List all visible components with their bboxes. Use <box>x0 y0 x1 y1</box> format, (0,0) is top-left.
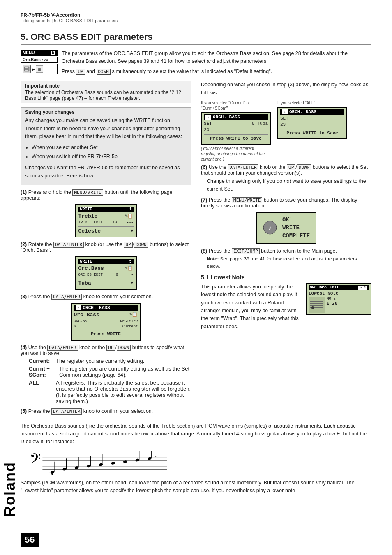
staff-container: 𝄢 <box>21 450 371 475</box>
step-3-header: (3) Press the DATA/ENTER knob to confirm… <box>21 294 191 299</box>
saving-bullets: When you select another Set When you swi… <box>25 144 187 161</box>
screen-right-caption: If you selected "ALL" <box>277 100 315 106</box>
screen-write1: WRITE 1 Treble ✎📋 TREBLE EDIT 10 ▪ <box>75 204 137 237</box>
small-icon: ▦ <box>36 65 43 73</box>
svg-point-19 <box>50 470 55 474</box>
step-1: (1) Press and hold the MENU/WRITE button… <box>21 189 191 237</box>
step-2-num: (2) <box>21 242 27 247</box>
svg-point-23 <box>74 466 79 470</box>
screen-write2-content: Orc.Bass ✎📋 ORC.BS EDIT 6 ▪ Tuba <box>78 265 134 287</box>
screen2-bar: ▪ <box>131 272 133 278</box>
arrow-icon: ▶ <box>32 67 35 71</box>
step-8: (8) Press the EXIT/JUMP button to return… <box>201 248 371 270</box>
menu-icon-top: MENU 5 <box>21 50 58 56</box>
orch-left-divider <box>204 134 268 135</box>
screen2-icon: ✎📋 <box>125 265 134 272</box>
svg-rect-6 <box>310 301 323 302</box>
option-current-text: The register you are currently editing. <box>56 358 144 364</box>
step-3: (3) Press the DATA/ENTER knob to confirm… <box>21 294 191 341</box>
orc-edit-graphic <box>309 297 325 313</box>
orch1-edit-icon: ✎📋 <box>129 312 138 318</box>
bullet-2: When you switch off the FR-7b/FR-5b <box>32 153 187 161</box>
two-col-layout: Important note The selection of Orchestr… <box>21 81 371 418</box>
orch1-orc-bass: Orc.Bass <box>74 311 99 319</box>
option-currnt-label: Currnt +SCom: <box>29 366 57 378</box>
roland-sidebar: Roland <box>0 448 20 530</box>
orch1-row3: 6 Current <box>74 324 138 329</box>
svg-point-25 <box>87 464 91 468</box>
orc-edit-title: ORC.BASS EDIT 5.1 <box>309 285 369 290</box>
data-enter-kbd4: DATA/ENTER <box>47 345 78 351</box>
saving-changes-box: Saving your changes Any changes you make… <box>21 107 191 185</box>
orch-right-title-text: ORCH. BASS <box>289 109 316 114</box>
option-all-text: All registers. This is probably the safe… <box>56 380 191 404</box>
step-7-num: (7) <box>201 197 207 203</box>
not-italic: not <box>284 178 291 184</box>
header-title: FR-7b/FR-5b V-Accordion <box>21 12 371 18</box>
step-4: (4) Use the DATA/ENTER knob or the UP/DO… <box>21 345 191 404</box>
step-6: (6) Use the DATA/ENTER knob or the UP/DO… <box>201 164 371 193</box>
orc-edit-content: NOTE E 28 <box>309 297 369 313</box>
ok-text: OK! WRITE COMPLETE <box>282 216 310 240</box>
step-1-num: (1) <box>21 189 27 195</box>
intro-text-block: The parameters of the ORC.BASS EDIT grou… <box>62 50 371 75</box>
screen-orch1: ♪ ORCH. BASS Orc.Bass ✎📋 ORC.BS - REGIST… <box>71 303 141 341</box>
orch-right-23: 23 <box>280 122 286 127</box>
screen2-row-1: Orc.Bass ✎📋 <box>78 265 134 272</box>
left-column: Important note The selection of Orchestr… <box>21 81 191 418</box>
svg-text:𝄢: 𝄢 <box>30 450 41 470</box>
bullet-1: When you select another Set <box>32 144 187 152</box>
orch-right-row2: 23 <box>280 122 344 128</box>
orch-left-note-icon: ♪ <box>205 115 211 120</box>
svg-point-35 <box>147 457 152 461</box>
menu-label: MENU <box>23 51 35 55</box>
section-51-full: The Orchestra Bass sounds (like the orch… <box>21 422 371 495</box>
important-note-title: Important note <box>25 83 187 89</box>
page-header: FR-7b/FR-5b V-Accordion Editing sounds |… <box>21 12 371 25</box>
up-kbd6: UP <box>287 164 295 170</box>
orch-left-row1: SET_ 6-Tuba <box>204 121 268 127</box>
screen-orch1-content: Orc.Bass ✎📋 ORC.BS - REGISTER 6 Current <box>74 311 138 338</box>
orch-left-row2: 23 <box>204 127 268 133</box>
step-2-header: (2) Rotate the DATA/ENTER knob (or use t… <box>21 242 191 253</box>
orc-edit-row1: Lowest Note <box>309 291 369 296</box>
up-kbd2: UP <box>124 242 132 248</box>
saving-para2: Changes you want the FR-7b/FR-5b to reme… <box>25 164 187 180</box>
option-current: Current: The register you are currently … <box>29 358 191 364</box>
intro-para1: The parameters of the ORC.BASS EDIT grou… <box>62 50 371 65</box>
screen-orcbass: Orc.Bass <box>78 265 104 272</box>
data-enter-kbd2: DATA/ENTER <box>53 242 84 248</box>
option-all: ALL All registers. This is probably the … <box>29 380 191 404</box>
svg-rect-7 <box>310 303 323 304</box>
option-all-label: ALL <box>29 380 53 404</box>
screen-row-3: Celeste ▼ <box>78 228 134 235</box>
svg-point-21 <box>62 467 67 471</box>
page-number: 56 <box>21 533 39 547</box>
option-currnt-text: The register you are currently editing a… <box>59 366 191 378</box>
step-5-num: (5) <box>21 408 27 414</box>
step-6-note: Change this setting only if you do not w… <box>207 177 371 193</box>
roland-brand: Roland <box>1 462 18 517</box>
screen-write1-content: Treble ✎📋 TREBLE EDIT 10 ▪▪▪ Celeste <box>78 213 134 235</box>
note-label: Note: <box>207 256 219 261</box>
menu-icon-mid: Orc.Bass Edit <box>21 57 58 63</box>
screen-group-left: If you selected "Current" or "Curnt+SCom… <box>201 100 271 162</box>
svg-point-10 <box>311 306 314 309</box>
svg-point-33 <box>135 458 140 462</box>
menu-mid-bold: Orc.Bass <box>23 58 41 62</box>
right-intro: Depending on what you chose in step (3) … <box>201 81 371 97</box>
orch1-note-icon: ♪ <box>76 305 81 310</box>
saving-changes-title: Saving your changes <box>25 109 187 115</box>
orch1-row1: Orc.Bass ✎📋 <box>74 311 138 319</box>
down-kbd6: DOWN <box>297 164 311 170</box>
screen-row-2: TREBLE EDIT 10 ▪▪▪ <box>78 220 134 226</box>
page: FR-7b/FR-5b V-Accordion Editing sounds |… <box>0 0 392 555</box>
screen-celeste: Celeste <box>78 228 101 235</box>
screen-divider-1 <box>78 226 134 227</box>
screen-group-right: If you selected "ALL" ♪ ORCH. BASS SET_ … <box>277 100 347 162</box>
orc-edit-note-area: NOTE E 28 <box>327 297 338 306</box>
orch1-title-text: ORCH. BASS <box>83 305 110 310</box>
step-6-header: (6) Use the DATA/ENTER knob or the UP/DO… <box>201 164 371 176</box>
step-2: (2) Rotate the DATA/ENTER knob (or use t… <box>21 242 191 290</box>
screen-write1-container: WRITE 1 Treble ✎📋 TREBLE EDIT 10 ▪ <box>21 204 191 237</box>
